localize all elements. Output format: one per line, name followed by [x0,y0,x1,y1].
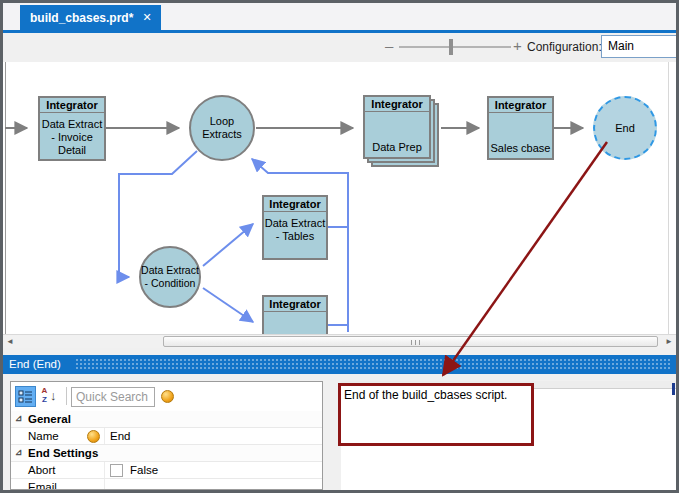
node-body: Sales cbase [489,142,552,155]
zoom-out-icon[interactable]: – [385,37,393,54]
column-separator [104,479,105,490]
tab-title: build_cbases.prd* [30,11,133,25]
property-grid: A Z ↓ ⊿ General Name End ⊿ End Se [10,381,323,490]
category-row-general[interactable]: ⊿ General [11,411,322,428]
macro-icon [161,390,174,403]
node-header: Integrator [40,98,104,113]
configuration-combobox[interactable]: Main [601,35,679,58]
toolbar-separator [66,387,67,405]
node-data-extract-condition[interactable]: Data Extract - Condition [139,246,201,308]
canvas-toolbar: – + Configuration: Main [3,33,676,62]
quick-search-input[interactable] [71,387,155,407]
node-body: Data Extract - Tables [264,217,326,243]
horizontal-scrollbar-thumb[interactable] [163,336,658,347]
scroll-left-icon[interactable]: ◄ [3,335,17,348]
zoom-slider-track[interactable] [399,46,511,48]
node-loop-extracts[interactable]: Loop Extracts [189,95,255,161]
property-row-name[interactable]: Name End [11,428,322,445]
description-textarea[interactable]: End of the build_cbases script. [338,383,534,446]
node-header: Integrator [365,97,429,112]
categorized-icon [16,387,35,406]
description-text: End of the build_cbases script. [344,388,507,402]
sort-az-icon: A Z [40,386,49,404]
zoom-slider-thumb[interactable] [449,39,453,55]
property-row-email[interactable]: Email [11,479,322,490]
scrollbar-grip [411,340,421,345]
node-label: End [615,122,635,135]
node-data-prep[interactable]: Integrator Data Prep [363,95,431,159]
panel-title-text: End (End) [9,358,61,370]
app-window: build_cbases.prd* ✕ – + Configuration: M… [0,0,679,493]
node-data-extract-tables[interactable]: Integrator Data Extract - Tables [262,195,328,260]
properties-panel-titlebar: End (End) [3,355,676,374]
scroll-right-icon[interactable]: ► [662,335,676,348]
node-header: Integrator [489,98,552,113]
node-header: Integrator [264,197,326,212]
collapse-triangle-icon[interactable]: ⊿ [15,413,23,423]
vertical-scrollbar-thumb[interactable] [672,383,675,395]
tab-close-icon[interactable]: ✕ [142,11,151,24]
macro-icon [87,430,100,443]
node-sales-cbase[interactable]: Integrator Sales cbase [487,96,554,160]
node-data-extract-invoice-detail[interactable]: Integrator Data Extract - Invoice Detail [38,96,106,161]
node-body: Data Prep [365,141,429,154]
tab-build-cbases[interactable]: build_cbases.prd* ✕ [20,5,161,30]
zoom-in-icon[interactable]: + [513,37,522,54]
node-body: Data Extract - Invoice Detail [40,118,104,157]
abort-checkbox[interactable] [110,464,123,477]
property-grid-toolbar: A Z ↓ [11,382,322,411]
property-rows: ⊿ General Name End ⊿ End Settings Abort … [11,411,322,490]
column-separator [104,462,105,478]
column-separator [104,428,105,444]
node-end-selected[interactable]: End [593,96,657,160]
configuration-label: Configuration: [527,40,602,54]
horizontal-scrollbar[interactable]: ◄ ► [3,334,676,348]
splitter-strip [3,348,676,355]
alphabetical-sort-button[interactable]: A Z ↓ [38,386,62,407]
node-label: Data Extract - Condition [141,264,199,290]
diagram-canvas[interactable]: Integrator Data Extract - Invoice Detail… [3,62,676,348]
property-row-abort[interactable]: Abort False [11,462,322,479]
titlebar-texture [75,358,672,371]
collapse-triangle-icon[interactable]: ⊿ [15,447,23,457]
sort-down-arrow-icon: ↓ [50,388,57,403]
node-label: Loop Extracts [202,115,242,141]
category-row-end-settings[interactable]: ⊿ End Settings [11,445,322,462]
node-header: Integrator [264,297,326,312]
categorized-view-button[interactable] [15,386,36,407]
tab-bar: build_cbases.prd* ✕ [3,3,676,30]
